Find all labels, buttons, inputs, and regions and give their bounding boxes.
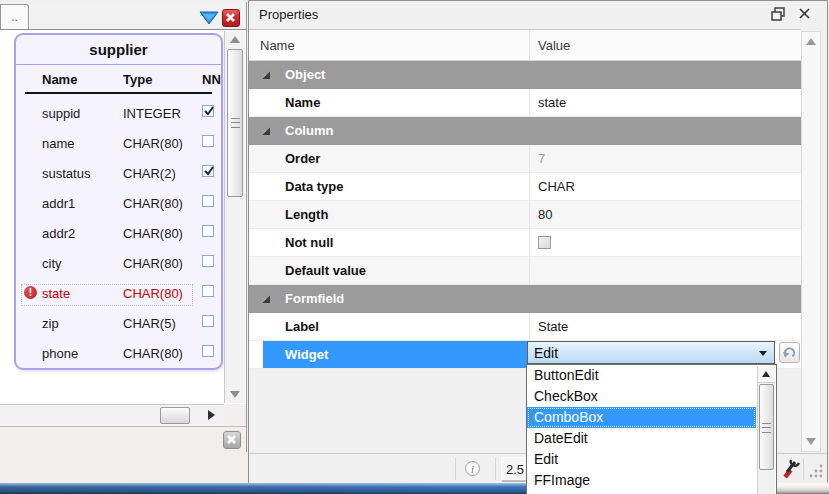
property-value[interactable]: CHAR	[538, 179, 575, 194]
entity-header-name: Name	[42, 72, 77, 87]
section-label: Formfield	[285, 291, 344, 306]
diagram-panel: .. supplier Name Type NN suppidINTEGERna…	[0, 2, 247, 452]
scroll-up-arrow-icon[interactable]	[230, 36, 240, 43]
dropdown-option-checkbox[interactable]: CheckBox	[527, 386, 756, 407]
revert-value-button[interactable]	[779, 342, 800, 363]
vertical-scroll-thumb[interactable]	[227, 49, 243, 197]
entity-field-type: CHAR(80)	[123, 346, 183, 361]
property-row-default-value[interactable]: Default value	[249, 257, 801, 285]
tab-close-button[interactable]	[222, 9, 240, 27]
entity-rows: suppidINTEGERnameCHAR(80)sustatusCHAR(2)…	[16, 95, 221, 369]
property-row-label[interactable]: LabelState	[249, 313, 801, 341]
info-icon[interactable]: i	[465, 461, 480, 476]
entity-row[interactable]: sustatusCHAR(2)	[16, 159, 221, 189]
restore-icon	[771, 7, 786, 21]
entity-notnull-checkbox[interactable]	[202, 165, 214, 177]
section-label: Object	[285, 67, 325, 82]
dropdown-items: ButtonEditCheckBoxComboBoxDateEditEditFF…	[527, 365, 776, 494]
entity-field-type: CHAR(80)	[123, 136, 183, 151]
entity-row[interactable]: addr2CHAR(80)	[16, 219, 221, 249]
scroll-down-arrow-icon[interactable]	[806, 438, 816, 445]
property-row-not-null[interactable]: Not null	[249, 229, 801, 257]
tab-list-menu-icon[interactable]	[199, 10, 219, 26]
resize-grip[interactable]	[807, 462, 825, 480]
properties-close-button[interactable]	[797, 6, 813, 22]
entity-table-supplier[interactable]: supplier Name Type NN suppidINTEGERnameC…	[14, 33, 223, 370]
widget-dropdown-list: ButtonEditCheckBoxComboBoxDateEditEditFF…	[526, 364, 777, 494]
statusbar-separator	[495, 458, 496, 480]
entity-row[interactable]: !stateCHAR(80)	[16, 279, 221, 309]
grid-header-name: Name	[260, 38, 295, 53]
entity-notnull-checkbox[interactable]	[202, 345, 214, 357]
diagram-canvas[interactable]: supplier Name Type NN suppidINTEGERnameC…	[0, 30, 246, 404]
diagram-tab[interactable]: ..	[0, 4, 29, 29]
diagram-tab-bar: ..	[0, 2, 246, 30]
entity-notnull-checkbox[interactable]	[202, 315, 214, 327]
horizontal-scroll-thumb[interactable]	[160, 407, 190, 424]
property-value[interactable]: 7	[538, 151, 545, 166]
wrench-tools-icon[interactable]	[779, 458, 801, 480]
properties-header[interactable]: Properties	[249, 1, 827, 29]
dropdown-scroll-thumb[interactable]	[759, 384, 774, 470]
entity-field-name: state	[42, 286, 70, 301]
entity-notnull-checkbox[interactable]	[202, 195, 214, 207]
entity-field-name: sustatus	[42, 166, 90, 181]
grid-header-row: Name Value	[249, 29, 801, 61]
scroll-up-arrow-icon[interactable]	[806, 38, 816, 45]
scroll-grip	[231, 118, 240, 128]
entity-title[interactable]: supplier	[16, 35, 221, 65]
diagram-horizontal-scrollbar[interactable]	[0, 404, 224, 426]
entity-field-type: CHAR(80)	[123, 286, 183, 301]
dropdown-option-combobox[interactable]: ComboBox	[527, 407, 756, 428]
entity-notnull-checkbox[interactable]	[202, 255, 214, 267]
property-name: Data type	[285, 179, 344, 194]
close-x-icon	[797, 6, 813, 22]
dropdown-option-edit[interactable]: Edit	[527, 449, 756, 470]
section-expanded-icon	[262, 295, 271, 304]
property-row-name[interactable]: Namestate	[249, 89, 801, 117]
scroll-right-arrow-icon[interactable]	[208, 410, 215, 420]
property-value[interactable]: state	[538, 95, 566, 110]
property-section-header[interactable]: Column	[249, 117, 801, 145]
entity-row[interactable]: phoneCHAR(80)	[16, 339, 221, 369]
entity-row[interactable]: zipCHAR(5)	[16, 309, 221, 339]
property-section-header[interactable]: Object	[249, 61, 801, 89]
entity-row[interactable]: nameCHAR(80)	[16, 129, 221, 159]
diagram-vertical-scrollbar[interactable]	[224, 31, 245, 403]
statusbar-separator	[803, 458, 804, 480]
entity-notnull-checkbox[interactable]	[202, 285, 214, 297]
dropdown-option-ffimage[interactable]: FFImage	[527, 470, 756, 491]
entity-row[interactable]: addr1CHAR(80)	[16, 189, 221, 219]
entity-row[interactable]: cityCHAR(80)	[16, 249, 221, 279]
property-name: Label	[285, 319, 319, 334]
entity-field-name: zip	[42, 316, 59, 331]
properties-scrollbar[interactable]	[801, 31, 821, 452]
property-row-data-type[interactable]: Data typeCHAR	[249, 173, 801, 201]
entity-field-type: CHAR(80)	[123, 196, 183, 211]
dropdown-option-buttonedit[interactable]: ButtonEdit	[527, 365, 756, 386]
property-row-order[interactable]: Order7	[249, 145, 801, 173]
property-section-header[interactable]: Formfield	[249, 285, 801, 313]
bottom-bar-close-button[interactable]	[223, 431, 241, 449]
property-name: Order	[285, 151, 320, 166]
property-value[interactable]: State	[538, 319, 568, 334]
dropdown-option-dateedit[interactable]: DateEdit	[527, 428, 756, 449]
section-label: Column	[285, 123, 333, 138]
entity-row[interactable]: suppidINTEGER	[16, 99, 221, 129]
entity-notnull-checkbox[interactable]	[202, 105, 214, 117]
combobox-value: Edit	[534, 345, 558, 361]
scroll-down-arrow-icon[interactable]	[230, 391, 240, 398]
dropdown-scrollbar[interactable]	[757, 366, 775, 494]
notnull-checkbox[interactable]	[538, 236, 551, 249]
entity-notnull-checkbox[interactable]	[202, 135, 214, 147]
float-window-icon[interactable]	[771, 7, 786, 21]
property-row-length[interactable]: Length80	[249, 201, 801, 229]
property-name: Name	[285, 95, 320, 110]
properties-title: Properties	[259, 7, 318, 22]
scroll-up-arrow-icon[interactable]	[758, 366, 775, 383]
widget-combobox[interactable]: Edit	[527, 341, 775, 364]
property-value[interactable]: 80	[538, 207, 552, 222]
entity-notnull-checkbox[interactable]	[202, 225, 214, 237]
chevron-down-icon[interactable]	[759, 351, 767, 356]
property-name: Not null	[285, 235, 333, 250]
